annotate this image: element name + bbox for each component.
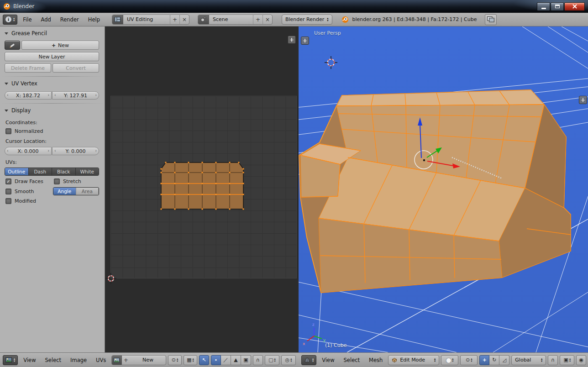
uv-editor-canvas[interactable] bbox=[105, 26, 299, 352]
uv-snap-toggle[interactable]: ∩ bbox=[253, 355, 263, 365]
menu-render[interactable]: Render bbox=[57, 15, 83, 24]
delete-screen-layout-button[interactable]: × bbox=[179, 15, 189, 24]
info-header: i ▴▾ File Add Render Help UV Editing + ×… bbox=[0, 13, 588, 26]
draw-faces-row: ✓ Draw Faces bbox=[5, 178, 53, 184]
uv-sync-select-toggle[interactable]: ↖ bbox=[199, 355, 209, 365]
select-mode-face-button[interactable]: ▲ bbox=[231, 355, 241, 365]
opengl-render-button[interactable]: ◉ bbox=[576, 355, 586, 365]
smooth-checkbox[interactable] bbox=[5, 189, 11, 194]
translate-icon: + bbox=[483, 357, 487, 363]
uv-draw-black-button[interactable]: Black bbox=[52, 168, 76, 175]
editor-type-3dview-button[interactable]: ▴▾ bbox=[301, 355, 316, 365]
draw-faces-checkbox[interactable]: ✓ bbox=[5, 178, 11, 184]
uv-vertex-x-field[interactable]: ‹X: 182.72› bbox=[5, 91, 52, 100]
axis-z-label: z bbox=[312, 322, 315, 327]
stretch-row: Stretch bbox=[54, 178, 81, 184]
manipulator-scale-button[interactable]: ◿ bbox=[499, 355, 509, 365]
uv-editor-header: ▴▾ View Select Image UVs + New ⊙▴▾ ▦▴▾ ↖… bbox=[0, 352, 299, 367]
uv-island[interactable] bbox=[158, 160, 247, 211]
delete-scene-button[interactable]: × bbox=[262, 15, 272, 24]
uv-vertex-y-field[interactable]: ‹Y: 127.91› bbox=[52, 91, 99, 100]
panel-header-uv-vertex[interactable]: UV Vertex bbox=[5, 79, 99, 89]
minimize-button[interactable] bbox=[537, 2, 550, 11]
image-datablock-selector[interactable]: + New bbox=[111, 355, 166, 365]
snap-element-dropdown[interactable]: ▣▴▾ bbox=[560, 355, 574, 365]
editor-type-info-button[interactable]: i ▴▾ bbox=[3, 15, 17, 25]
uv-region-expand-button[interactable] bbox=[288, 36, 296, 44]
increment-icon[interactable]: › bbox=[47, 93, 49, 97]
image-editor-icon bbox=[5, 357, 12, 362]
menu-help[interactable]: Help bbox=[84, 15, 104, 24]
cursor-y-field[interactable]: ‹Y: 0.000› bbox=[52, 147, 99, 155]
menu-add[interactable]: Add bbox=[37, 15, 55, 24]
uv-sticky-select-dropdown[interactable]: ▦▴▾ bbox=[184, 355, 197, 365]
dropdown-arrows-icon: ▴▾ bbox=[193, 358, 194, 362]
increment-icon[interactable]: › bbox=[95, 93, 97, 97]
couch-mesh[interactable] bbox=[299, 90, 571, 293]
viewport-3d[interactable]: z y x User Persp (1) Cube bbox=[299, 26, 588, 352]
decrement-icon[interactable]: ‹ bbox=[54, 93, 56, 97]
npanel-expand-button[interactable] bbox=[579, 96, 587, 104]
scene-value[interactable]: Scene bbox=[209, 16, 253, 22]
convert-button[interactable]: Convert bbox=[52, 63, 99, 73]
screen-layout-value[interactable]: UV Editing bbox=[123, 16, 170, 22]
uv-pivot-dropdown[interactable]: ⊙▴▾ bbox=[168, 355, 182, 365]
v3d-menu-view[interactable]: View bbox=[318, 356, 338, 365]
uv-proportional-edit-dropdown[interactable]: ◎▴▾ bbox=[281, 355, 296, 365]
select-mode-vertex-button[interactable]: ∙ bbox=[211, 355, 221, 365]
manipulator-translate-button[interactable]: + bbox=[479, 355, 489, 365]
image-new-plus-button[interactable]: + bbox=[122, 356, 130, 365]
add-scene-button[interactable]: + bbox=[253, 15, 262, 24]
stretch-area-button[interactable]: Area bbox=[76, 188, 99, 195]
v3d-menu-select[interactable]: Select bbox=[340, 356, 363, 365]
v3d-menu-mesh[interactable]: Mesh bbox=[365, 356, 386, 365]
cursor-x-field[interactable]: ‹X: 0.000› bbox=[5, 147, 52, 155]
increment-icon[interactable]: › bbox=[47, 148, 49, 153]
uv-draw-outline-button[interactable]: Outline bbox=[5, 168, 29, 175]
select-mode-edge-button[interactable]: ／ bbox=[221, 355, 231, 365]
mode-dropdown[interactable]: Edit Mode ▴▾ bbox=[388, 355, 439, 365]
maximize-button[interactable] bbox=[551, 2, 564, 11]
grease-pencil-new-button[interactable]: + New bbox=[21, 41, 99, 50]
uv-menu-view[interactable]: View bbox=[20, 356, 39, 365]
menu-file[interactable]: File bbox=[19, 15, 35, 24]
uv-draw-white-button[interactable]: White bbox=[76, 168, 99, 175]
uv-snap-target-dropdown[interactable]: ▢▴▾ bbox=[265, 355, 279, 365]
add-screen-layout-button[interactable]: + bbox=[170, 15, 179, 24]
uv-menu-select[interactable]: Select bbox=[42, 356, 65, 365]
uv-draw-dash-button[interactable]: Dash bbox=[29, 168, 52, 175]
select-mode-island-button[interactable]: ▣ bbox=[241, 355, 251, 365]
snap-toggle[interactable]: ∩ bbox=[548, 355, 558, 365]
viewport-shading-dropdown[interactable]: ● ▴▾ bbox=[441, 355, 458, 365]
stretch-angle-button[interactable]: Angle bbox=[53, 188, 76, 195]
stretch-checkbox[interactable] bbox=[54, 178, 60, 184]
manipulator-rotate-button[interactable]: ↻ bbox=[489, 355, 499, 365]
editor-switch-arrows-icon: ▴▾ bbox=[14, 358, 15, 362]
decrement-icon[interactable]: ‹ bbox=[54, 148, 56, 153]
panel-header-grease-pencil[interactable]: Grease Pencil bbox=[5, 28, 99, 38]
window-duplicate-button[interactable] bbox=[485, 14, 497, 25]
scene-selector[interactable]: Scene + × bbox=[198, 15, 273, 25]
uv-menu-uvs[interactable]: UVs bbox=[92, 356, 110, 365]
uvs-label: UVs: bbox=[5, 159, 99, 165]
panel-header-display[interactable]: Display bbox=[5, 105, 99, 115]
delete-frame-button[interactable]: Delete Frame bbox=[5, 63, 51, 73]
editor-type-image-button[interactable]: ▴▾ bbox=[3, 355, 18, 365]
viewport-region-expand-button[interactable] bbox=[301, 37, 309, 45]
render-engine-dropdown[interactable]: Blender Render ▴▾ bbox=[282, 15, 332, 25]
close-button[interactable] bbox=[564, 2, 585, 11]
increment-icon[interactable]: › bbox=[95, 148, 97, 153]
image-new-button[interactable]: New bbox=[130, 357, 166, 363]
uv-menu-image[interactable]: Image bbox=[67, 356, 90, 365]
blender-logo-icon bbox=[341, 16, 349, 23]
new-layer-button[interactable]: New Layer bbox=[5, 52, 99, 61]
grease-pencil-draw-button[interactable] bbox=[5, 41, 20, 50]
normalized-checkbox-row: Normalized bbox=[5, 128, 99, 134]
modified-checkbox[interactable] bbox=[5, 198, 11, 204]
pivot-point-dropdown[interactable]: ⊙ ▴▾ bbox=[460, 355, 478, 365]
decrement-icon[interactable]: ‹ bbox=[7, 93, 9, 97]
decrement-icon[interactable]: ‹ bbox=[7, 148, 9, 153]
screen-layout-selector[interactable]: UV Editing + × bbox=[112, 15, 189, 25]
transform-orientation-dropdown[interactable]: Global ▴▾ bbox=[511, 355, 546, 365]
normalized-checkbox[interactable] bbox=[5, 128, 11, 134]
